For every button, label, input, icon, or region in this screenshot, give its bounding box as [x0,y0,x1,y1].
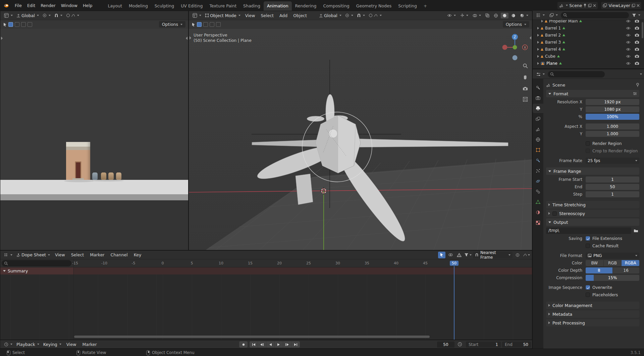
tweak-cursor-icon[interactable] [3,22,7,27]
disclosure-icon[interactable] [537,41,539,44]
shading-rendered-button[interactable] [518,13,530,18]
outliner-row-plane[interactable]: Plane [533,60,644,67]
hide-eye-icon[interactable] [626,27,631,30]
section-format[interactable]: Format [546,90,639,97]
menu-file[interactable]: File [12,1,24,9]
pivot-point-dropdown[interactable] [343,13,355,18]
section-frame-range[interactable]: Frame Range [546,167,639,175]
select-mode-intersect-button[interactable] [216,22,221,27]
menu-add[interactable]: Add [277,11,290,19]
editor-type-button[interactable] [191,12,203,18]
section-time-stretching[interactable]: Time Stretching [546,201,639,208]
menu-keying[interactable]: Keying [42,341,63,348]
tab-output[interactable] [533,104,543,113]
next-keyframe-button[interactable] [283,341,291,348]
aspect-x-field[interactable]: 1.000 [586,123,639,130]
proportional-editing-dropdown[interactable] [64,13,81,18]
summary-channel-row[interactable]: Summary [0,267,532,274]
menu-channel[interactable]: Channel [108,251,130,259]
resolution-x-field[interactable]: 1920 px [586,99,639,105]
frame-start-field[interactable]: Start 1 [466,342,501,348]
hide-eye-icon[interactable] [626,48,631,51]
placeholders-checkbox[interactable] [586,293,590,297]
output-path-field[interactable]: /tmp\ [546,227,631,234]
tab-scene[interactable] [533,124,543,134]
tab-object-data[interactable] [533,197,543,207]
menu-object[interactable]: Object [290,11,310,19]
only-selected-filter-button[interactable] [438,252,445,258]
disable-render-camera-icon[interactable] [635,33,639,37]
object-name[interactable]: Plane [546,61,557,66]
sidebar-expand-arrow[interactable] [530,36,531,40]
frame-rate-dropdown[interactable]: 25 fps [586,158,639,164]
tab-uv-editing[interactable]: UV Editing [177,1,206,11]
properties-search-input[interactable] [548,71,605,78]
tab-object[interactable] [533,145,543,155]
object-name[interactable]: Cube [545,54,555,59]
barrel-object[interactable] [108,172,114,180]
previous-keyframe-button[interactable] [258,341,266,348]
menu-render[interactable]: Render [38,1,58,9]
select-mode-subtract-button[interactable] [21,22,26,27]
viewport-canvas[interactable]: User Perspective (50) Scene Collection |… [189,29,532,250]
dope-sheet-keyframe-area[interactable] [0,274,532,340]
hide-eye-icon[interactable] [626,20,631,23]
play-button[interactable] [275,341,283,348]
show-hidden-button[interactable] [447,252,454,258]
frame-end-field[interactable]: End 50 [502,342,531,348]
show-errors-button[interactable] [455,252,463,258]
options-button[interactable]: Options [159,21,185,28]
outliner-row-barrel-2[interactable]: Barrel 2 [533,32,644,39]
toggle-perspective-icon[interactable] [522,96,529,103]
viewlayer-selector[interactable]: ViewLayer [601,2,641,9]
frame-start-field[interactable]: 1 [586,176,639,183]
xray-toggle-button[interactable] [484,13,491,18]
horizontal-scrollbar[interactable] [74,336,430,338]
jump-to-start-button[interactable] [250,341,258,348]
section-stereoscopy[interactable]: Stereoscopy [546,210,639,217]
editor-type-button[interactable] [2,342,14,347]
file-extensions-checkbox[interactable] [586,236,590,241]
select-mode-extend-button[interactable] [15,22,19,27]
disclosure-icon[interactable] [541,20,543,22]
object-name[interactable]: Barrel 1 [545,26,561,31]
menu-select[interactable]: Select [258,11,276,19]
tab-geometry-nodes[interactable]: Geometry Nodes [353,1,395,11]
tab-layout[interactable]: Layout [104,1,125,11]
overwrite-checkbox[interactable] [586,285,590,290]
menu-select[interactable]: Select [68,251,87,259]
blender-logo-icon[interactable] [3,3,9,8]
disable-render-camera-icon[interactable] [635,40,639,44]
editor-type-button[interactable] [2,12,14,18]
select-mode-intersect-button[interactable] [28,22,32,27]
outliner-search-input[interactable] [561,12,629,18]
tab-texture-paint[interactable]: Texture Paint [206,1,240,11]
shading-solid-button[interactable] [501,13,508,18]
tab-physics[interactable] [533,176,543,186]
section-metadata[interactable]: Metadata [546,310,639,318]
mode-dropdown[interactable]: Object Mode [203,12,242,19]
pin-icon[interactable] [636,83,639,87]
tab-shading[interactable]: Shading [240,1,264,11]
transform-orientation-dropdown[interactable]: Global [317,12,343,19]
stereoscopy-checkbox[interactable] [552,211,557,216]
outliner-row-barrel-3[interactable]: Barrel 3 [533,39,644,46]
outliner-row-barrel-1[interactable]: Barrel 1 [533,24,644,32]
object-name[interactable]: Barrel 3 [545,40,561,45]
camera-viewport-canvas[interactable] [0,29,188,250]
select-mode-extend-button[interactable] [203,22,208,27]
tab-sculpting[interactable]: Sculpting [151,1,177,11]
overlays-dropdown[interactable] [471,13,483,18]
proportional-editing-button[interactable] [514,252,521,258]
filter-dropdown[interactable] [630,13,642,18]
transform-orientation-dropdown[interactable]: Global [15,12,41,19]
tab-modifiers[interactable] [533,156,543,165]
tab-texture[interactable] [533,218,543,227]
pin-icon[interactable] [583,3,587,7]
outliner-row-cube[interactable]: Cube [533,53,644,60]
play-reverse-button[interactable] [266,341,275,348]
file-format-dropdown[interactable]: PNG [586,253,639,259]
close-icon[interactable] [637,4,640,7]
channel-search-input[interactable] [2,260,71,266]
object-visibility-dropdown[interactable] [445,13,458,18]
